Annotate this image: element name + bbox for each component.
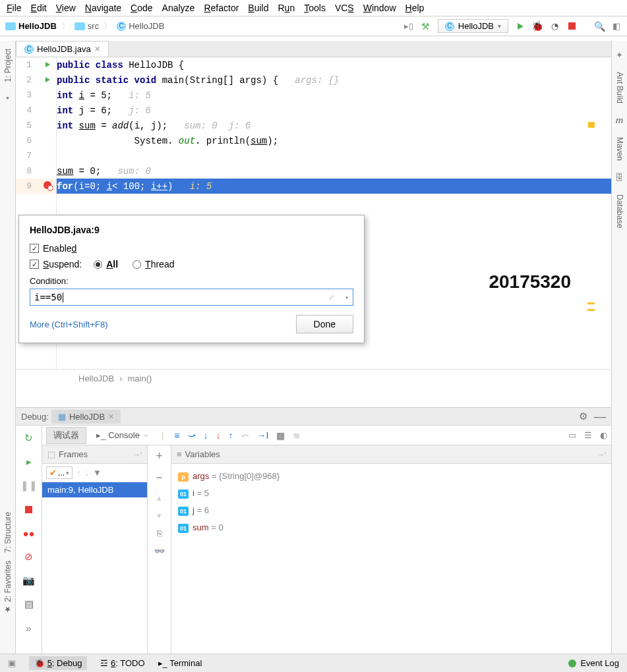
add-watch-icon[interactable]: + bbox=[156, 449, 163, 463]
layout-icon[interactable]: ▤ bbox=[22, 597, 36, 611]
prev-frame-icon[interactable]: ↑ bbox=[76, 468, 81, 478]
mute-breakpoints-icon[interactable]: ⊘ bbox=[22, 549, 36, 564]
menu-navigate[interactable]: Navigate bbox=[85, 3, 121, 13]
run-to-cursor-icon[interactable]: →I bbox=[257, 430, 269, 441]
panel-icon[interactable]: ◧ bbox=[611, 21, 622, 32]
inspection-marker[interactable] bbox=[588, 122, 595, 128]
trace-icon[interactable]: ≋ bbox=[293, 430, 301, 441]
crumb-class[interactable]: HelloJDB bbox=[78, 374, 114, 383]
menu-refactor[interactable]: Refactor bbox=[204, 3, 239, 13]
windows-icon[interactable]: ▣ bbox=[8, 658, 16, 668]
crumb-method[interactable]: main() bbox=[128, 374, 152, 383]
up-icon[interactable]: ▴ bbox=[157, 493, 162, 503]
menu-window[interactable]: Window bbox=[363, 3, 396, 13]
remove-watch-icon[interactable]: − bbox=[156, 471, 163, 485]
stop-icon[interactable] bbox=[22, 502, 36, 517]
variables-list[interactable]: pargs = {String[0]@968} 01i = 5 01j = 6 … bbox=[171, 464, 611, 540]
menu-build[interactable]: Build bbox=[248, 3, 268, 13]
crumb-class[interactable]: HelloJDB bbox=[129, 21, 164, 31]
tool-database[interactable]: Database bbox=[615, 194, 624, 228]
dropdown-icon[interactable]: ▾ bbox=[345, 294, 349, 301]
var-row[interactable]: 01j = 6 bbox=[178, 502, 605, 519]
coverage-button[interactable]: ◔ bbox=[549, 21, 560, 32]
view-breakpoints-icon[interactable]: ●● bbox=[22, 526, 36, 540]
copy-icon[interactable]: ⎘ bbox=[157, 528, 162, 538]
run-config-selector[interactable]: C HelloJDB ▾ bbox=[438, 19, 508, 33]
suspend-thread-radio[interactable] bbox=[133, 260, 141, 269]
var-row[interactable]: pargs = {String[0]@968} bbox=[178, 468, 605, 485]
tool-favorites[interactable]: ★ 2: Favorites bbox=[3, 561, 13, 614]
pin-icon[interactable]: →' bbox=[133, 451, 142, 459]
status-eventlog[interactable]: Event Log bbox=[580, 658, 619, 668]
tool-structure[interactable]: 7: Structure bbox=[3, 512, 13, 553]
frame-row[interactable]: main:9, HelloJDB bbox=[42, 482, 147, 497]
show-exec-point-icon[interactable]: ≡ bbox=[174, 430, 179, 441]
status-debug[interactable]: 🐞 5: Debug bbox=[29, 656, 87, 670]
stop-button[interactable] bbox=[566, 21, 577, 32]
crumb-project[interactable]: HelloJDB bbox=[18, 21, 57, 31]
menu-analyze[interactable]: Analyze bbox=[162, 3, 195, 13]
gear-icon[interactable]: ⚙ bbox=[579, 410, 587, 422]
step-out-icon[interactable]: ↑ bbox=[229, 430, 233, 441]
meter-icon[interactable]: ◐ bbox=[600, 430, 607, 440]
more-link[interactable]: More (Ctrl+Shift+F8) bbox=[30, 320, 107, 329]
restore-icon[interactable]: ▭ bbox=[568, 430, 576, 440]
minimize-icon[interactable]: — bbox=[594, 410, 606, 424]
var-row[interactable]: 01sum = 0 bbox=[178, 519, 605, 536]
status-todo[interactable]: ☲ 6: TODO bbox=[100, 658, 144, 668]
menu-help[interactable]: Help bbox=[405, 3, 425, 13]
marker-icon[interactable] bbox=[587, 302, 595, 304]
breakpoint-icon[interactable] bbox=[44, 181, 51, 189]
condition-input[interactable]: i==50 ⤢ ▾ bbox=[30, 289, 353, 306]
evaluate-icon[interactable]: ▦ bbox=[276, 430, 285, 441]
suspend-all-radio[interactable] bbox=[94, 260, 102, 269]
run-target-icon[interactable]: ▸▯ bbox=[403, 21, 414, 32]
step-into-icon[interactable]: ↓ bbox=[204, 430, 208, 441]
filter-icon[interactable]: ▼ bbox=[93, 468, 102, 478]
run-line-icon[interactable] bbox=[45, 77, 50, 82]
editor-breadcrumb[interactable]: HelloJDB › main() bbox=[16, 369, 611, 387]
debugger-tab[interactable]: 调试器 bbox=[46, 427, 86, 444]
tool-ant[interactable]: Ant Build bbox=[615, 72, 624, 103]
rerun-icon[interactable]: ↻ bbox=[22, 431, 36, 445]
run-button[interactable] bbox=[515, 21, 525, 32]
more-icon[interactable]: » bbox=[22, 621, 36, 635]
pin-icon[interactable]: →' bbox=[597, 451, 606, 459]
debug-button[interactable]: 🐞 bbox=[532, 21, 543, 32]
menu-tools[interactable]: Tools bbox=[304, 3, 326, 13]
menu-file[interactable]: FFileile bbox=[7, 3, 22, 13]
marker-icon[interactable] bbox=[587, 309, 595, 311]
step-over-icon[interactable]: ⤻ bbox=[188, 430, 196, 441]
enabled-checkbox[interactable]: ✓ bbox=[30, 244, 39, 253]
debug-session-tab[interactable]: ▦ HelloJDB ✕ bbox=[51, 410, 121, 424]
close-icon[interactable]: ✕ bbox=[94, 45, 100, 53]
resume-icon[interactable]: ▸ bbox=[22, 455, 36, 469]
camera-icon[interactable]: 📷 bbox=[22, 573, 36, 588]
crumb-folder[interactable]: src bbox=[88, 21, 99, 31]
menu-code[interactable]: Code bbox=[131, 3, 152, 13]
expand-icon[interactable]: ⤢ bbox=[328, 293, 334, 302]
breadcrumb[interactable]: HelloJDB 〉 src 〉 C HelloJDB bbox=[5, 20, 164, 32]
thread-selector[interactable]: ✔...▾ bbox=[46, 466, 73, 479]
menu-vcs[interactable]: VCS bbox=[335, 3, 354, 13]
menu-run[interactable]: Run bbox=[278, 3, 295, 13]
force-step-into-icon[interactable]: ↓ bbox=[216, 430, 221, 441]
build-icon[interactable]: ⚒ bbox=[421, 21, 431, 32]
editor-tab[interactable]: C HelloJDB.java ✕ bbox=[16, 41, 109, 57]
glasses-icon[interactable]: 👓 bbox=[154, 546, 165, 556]
next-frame-icon[interactable]: ↓ bbox=[85, 468, 90, 478]
done-button[interactable]: Done bbox=[296, 315, 353, 333]
close-icon[interactable]: ✕ bbox=[108, 412, 114, 421]
var-row[interactable]: 01i = 5 bbox=[178, 485, 605, 502]
console-tab[interactable]: ▸_Console→ bbox=[89, 428, 156, 443]
status-terminal[interactable]: ▸_ Terminal bbox=[158, 658, 202, 668]
menu-edit[interactable]: Edit bbox=[31, 3, 47, 13]
drop-frame-icon[interactable]: ⤺ bbox=[241, 430, 249, 441]
square-icon[interactable]: ▪ bbox=[6, 93, 9, 103]
suspend-checkbox[interactable]: ✓ bbox=[30, 260, 39, 269]
list-icon[interactable]: ☰ bbox=[584, 430, 592, 440]
down-icon[interactable]: ▾ bbox=[157, 511, 162, 520]
tool-project[interactable]: 1: Project bbox=[3, 49, 13, 82]
tool-maven[interactable]: Maven bbox=[615, 137, 624, 161]
search-icon[interactable]: 🔍 bbox=[594, 21, 605, 32]
